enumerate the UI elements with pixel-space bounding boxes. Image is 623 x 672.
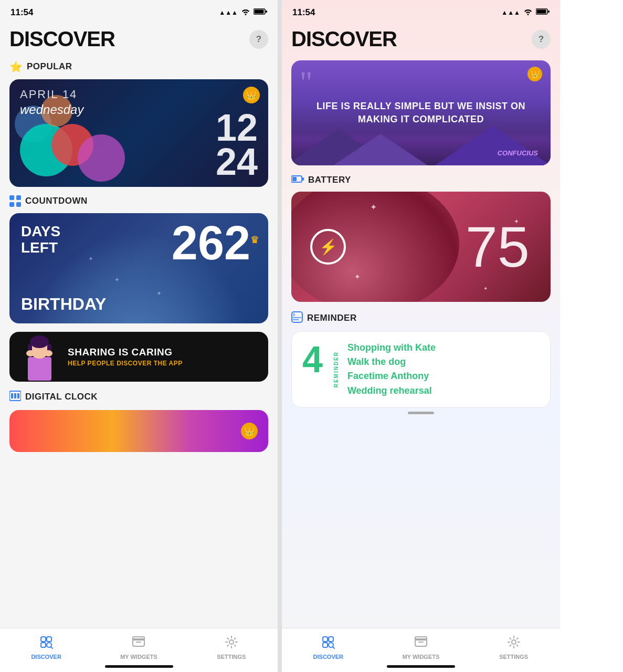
svg-line-41	[333, 646, 334, 648]
status-time-right: 11:54	[292, 7, 315, 18]
countdown-number: 262♛	[172, 219, 259, 267]
nav-settings-left[interactable]: SETTINGS	[210, 635, 252, 660]
svg-point-26	[229, 640, 234, 644]
panel-divider	[278, 0, 282, 672]
help-button-right[interactable]: ?	[532, 30, 551, 49]
popular-date: APRIL 14	[20, 88, 258, 101]
quote-text: LIFE IS REALLY SIMPLE BUT WE INSIST ON M…	[307, 100, 535, 126]
svg-rect-4	[16, 195, 21, 200]
popular-section-title: POPULAR	[27, 61, 72, 72]
battery-section-header: BATTERY	[291, 175, 551, 185]
reminder-count: 4	[302, 341, 323, 397]
battery-icon-right	[536, 8, 550, 17]
status-icons-left: ▲▲▲	[219, 8, 267, 17]
svg-rect-19	[47, 637, 51, 642]
popular-time-hours: 12	[216, 111, 258, 145]
battery-percentage-number: 75	[466, 218, 530, 276]
nav-my-widgets-right[interactable]: MY WIDGETS	[400, 635, 442, 660]
svg-rect-38	[329, 637, 333, 642]
svg-rect-5	[9, 202, 14, 207]
countdown-grid-icon	[9, 195, 21, 207]
reminder-item-2: Walk the dog	[347, 355, 540, 369]
digital-clock-widget-card[interactable]: 👑	[9, 410, 268, 452]
battery-section-title: BATTERY	[308, 175, 351, 185]
svg-rect-3	[9, 195, 14, 200]
left-phone-panel: 11:54 ▲▲▲ DISCOVER ? ⭐ POPULAR	[0, 0, 278, 672]
quote-crown-badge: 👑	[527, 67, 542, 81]
svg-rect-15	[11, 393, 13, 398]
svg-rect-28	[537, 10, 546, 14]
nav-discover-icon-left	[39, 635, 54, 652]
nav-discover-right[interactable]: DISCOVER	[307, 635, 349, 660]
reminder-section-icon: 3	[291, 311, 303, 325]
popular-star-icon: ⭐	[9, 60, 23, 73]
battery-circle-icon: ⚡	[310, 229, 346, 265]
svg-point-13	[44, 350, 52, 356]
sparkle1: ✦	[370, 202, 377, 212]
svg-point-12	[26, 350, 35, 356]
quote-widget-card[interactable]: " LIFE IS REALLY SIMPLE BUT WE INSIST ON…	[291, 60, 551, 165]
right-phone-panel: 11:54 ▲▲▲ DISCOVER ? " LIFE IS REALLY SI	[282, 0, 560, 672]
nav-settings-icon-right	[506, 635, 521, 652]
sparkle3: ✦	[354, 272, 361, 281]
nav-settings-right[interactable]: SETTINGS	[493, 635, 535, 660]
reminder-item-4: Wedding rehearsal	[347, 384, 540, 397]
sharing-sub-text: HELP PEOPLE DISCOVER THE APP	[68, 360, 258, 367]
popular-section-header: ⭐ POPULAR	[9, 60, 268, 73]
nav-discover-label-left: DISCOVER	[31, 654, 61, 660]
nav-my-widgets-left[interactable]: MY WIDGETS	[118, 635, 160, 660]
nav-settings-label-right: SETTINGS	[499, 654, 528, 660]
popular-time-minutes: 24	[216, 145, 258, 179]
svg-line-22	[51, 646, 52, 648]
nav-discover-left[interactable]: DISCOVER	[25, 635, 67, 660]
mountain3	[435, 126, 551, 165]
nav-my-widgets-icon-left	[131, 635, 146, 652]
signal-icon-right: ▲▲▲	[501, 9, 520, 16]
svg-rect-29	[548, 10, 550, 13]
nav-discover-label-right: DISCOVER	[313, 654, 343, 660]
svg-point-45	[512, 640, 516, 644]
nav-my-widgets-label-right: MY WIDGETS	[403, 654, 440, 660]
home-indicator-left	[105, 665, 173, 668]
battery-widget-card[interactable]: ⚡ 75 ✦ ✦ ✦ ✦	[291, 192, 551, 302]
svg-rect-17	[17, 393, 19, 398]
star2: ✦	[114, 276, 120, 284]
right-page-header: DISCOVER ?	[291, 23, 551, 51]
popular-crown-badge: 👑	[243, 87, 260, 103]
battery-section-icon	[291, 175, 304, 185]
quote-mountains-bg	[291, 123, 551, 165]
wifi-icon-right	[523, 8, 533, 17]
svg-rect-18	[41, 637, 46, 642]
svg-rect-7	[28, 357, 51, 381]
reminder-section-header: 3 REMINDER	[291, 311, 551, 325]
svg-rect-20	[41, 643, 46, 647]
reminder-item-3: Facetime Anthony	[347, 370, 540, 383]
digital-clock-section-title: DIGITAL CLOCK	[25, 392, 98, 402]
star3: ✦	[156, 290, 162, 297]
left-page-content: DISCOVER ? ⭐ POPULAR APRIL 14 wednesday …	[0, 23, 278, 628]
reminder-side-label: REMINDER	[333, 351, 339, 387]
popular-time: 12 24	[216, 111, 258, 179]
home-indicator-right	[387, 665, 455, 668]
help-button-left[interactable]: ?	[249, 30, 268, 49]
reminder-widget-card[interactable]: 4 REMINDER Shopping with Kate Walk the d…	[291, 331, 551, 407]
countdown-event-label: BIRTHDAY	[21, 295, 106, 314]
popular-widget-card[interactable]: APRIL 14 wednesday 12 24 👑	[9, 79, 268, 187]
page-title-left: DISCOVER	[9, 27, 115, 51]
digital-clock-crown: 👑	[241, 423, 258, 439]
status-bar-left: 11:54 ▲▲▲	[0, 0, 278, 23]
scroll-indicator-right	[408, 412, 434, 414]
sharing-card[interactable]: SHARING IS CARING HELP PEOPLE DISCOVER T…	[9, 332, 268, 382]
countdown-section-title: COUNTDOWN	[25, 196, 88, 206]
status-icons-right: ▲▲▲	[501, 8, 550, 17]
sparkle4: ✦	[483, 286, 488, 291]
reminder-section-title: REMINDER	[307, 313, 357, 323]
wifi-icon-left	[241, 8, 250, 17]
reminder-items-list: Shopping with Kate Walk the dog Facetime…	[347, 341, 540, 397]
digital-clock-section-header: DIGITAL CLOCK	[9, 390, 268, 404]
nav-my-widgets-label-left: MY WIDGETS	[120, 654, 157, 660]
status-bar-right: 11:54 ▲▲▲	[282, 0, 560, 23]
svg-rect-32	[302, 177, 304, 181]
page-title-right: DISCOVER	[291, 27, 397, 51]
countdown-widget-card[interactable]: DAYS LEFT 262♛ BIRTHDAY ✦ ✦ ✦	[9, 213, 268, 323]
